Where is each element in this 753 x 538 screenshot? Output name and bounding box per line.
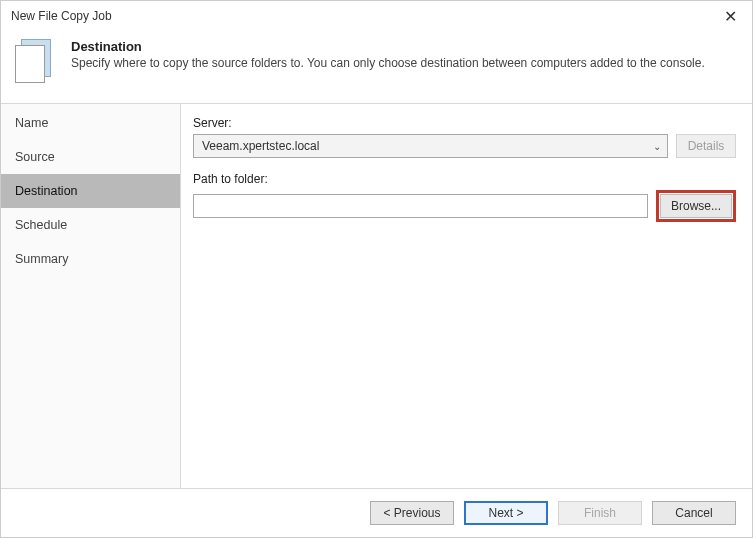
- chevron-down-icon: ⌄: [653, 141, 661, 152]
- header-title: Destination: [71, 39, 738, 54]
- wizard-header: Destination Specify where to copy the so…: [1, 31, 752, 103]
- cancel-button[interactable]: Cancel: [652, 501, 736, 525]
- wizard-content: Server: Veeam.xpertstec.local ⌄ Details …: [181, 104, 752, 488]
- wizard-footer: < Previous Next > Finish Cancel: [1, 489, 752, 537]
- file-copy-icon: [15, 39, 57, 85]
- wizard-window: New File Copy Job ✕ Destination Specify …: [0, 0, 753, 538]
- step-destination[interactable]: Destination: [1, 174, 180, 208]
- wizard-body: Name Source Destination Schedule Summary…: [1, 103, 752, 489]
- details-button: Details: [676, 134, 736, 158]
- server-row: Veeam.xpertstec.local ⌄ Details: [193, 134, 736, 158]
- path-input[interactable]: [193, 194, 648, 218]
- wizard-steps-sidebar: Name Source Destination Schedule Summary: [1, 104, 181, 488]
- path-label: Path to folder:: [193, 172, 736, 186]
- step-summary[interactable]: Summary: [1, 242, 180, 276]
- window-title: New File Copy Job: [11, 9, 112, 23]
- path-row: Browse...: [193, 190, 736, 222]
- titlebar: New File Copy Job ✕: [1, 1, 752, 31]
- previous-button[interactable]: < Previous: [370, 501, 454, 525]
- server-label: Server:: [193, 116, 736, 130]
- step-name[interactable]: Name: [1, 106, 180, 140]
- step-source[interactable]: Source: [1, 140, 180, 174]
- close-button[interactable]: ✕: [708, 1, 752, 31]
- header-description: Specify where to copy the source folders…: [71, 56, 738, 70]
- close-icon: ✕: [724, 7, 737, 26]
- server-selected-value: Veeam.xpertstec.local: [202, 139, 319, 153]
- server-dropdown[interactable]: Veeam.xpertstec.local ⌄: [193, 134, 668, 158]
- next-button[interactable]: Next >: [464, 501, 548, 525]
- browse-highlight: Browse...: [656, 190, 736, 222]
- step-schedule[interactable]: Schedule: [1, 208, 180, 242]
- header-text: Destination Specify where to copy the so…: [71, 39, 738, 85]
- browse-button[interactable]: Browse...: [660, 194, 732, 218]
- finish-button: Finish: [558, 501, 642, 525]
